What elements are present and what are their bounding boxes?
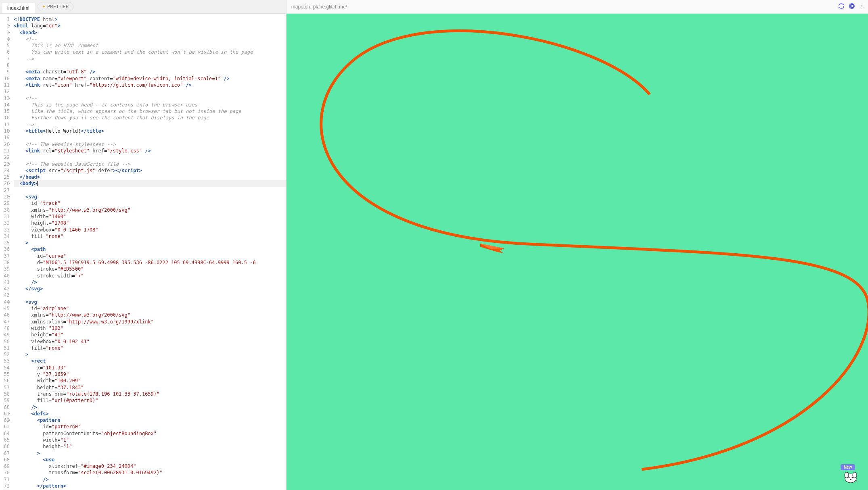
- refresh-icon[interactable]: [838, 3, 845, 10]
- prettier-label: PRETTIER: [47, 4, 69, 9]
- svg-point-5: [850, 479, 851, 480]
- tab-index-html[interactable]: index.html: [2, 3, 35, 13]
- code-editor[interactable]: 12 ▾3 ▾4 ▾5678910111213 ▾1415161718 ▾192…: [0, 14, 286, 490]
- track-svg: [287, 14, 868, 490]
- new-pill-label: New: [841, 464, 855, 470]
- svg-point-2: [853, 472, 857, 478]
- editor-pane: index.html ✦ PRETTIER 12 ▾3 ▾4 ▾56789101…: [0, 0, 287, 490]
- svg-rect-7: [851, 5, 852, 7]
- code-content[interactable]: <!DOCTYPE html><html lang="en"> <head> <…: [14, 14, 286, 490]
- svg-point-3: [849, 477, 850, 478]
- pause-icon[interactable]: [849, 3, 855, 10]
- preview-pane: ⋮: [287, 0, 868, 490]
- curve-path: [321, 31, 868, 469]
- url-bar: ⋮: [287, 0, 868, 14]
- glitch-mascot-icon[interactable]: [843, 471, 858, 486]
- svg-point-4: [852, 477, 853, 478]
- tab-bar: index.html ✦ PRETTIER: [0, 0, 286, 14]
- more-icon[interactable]: ⋮: [859, 4, 865, 10]
- line-number-gutter: 12 ▾3 ▾4 ▾5678910111213 ▾1415161718 ▾192…: [0, 14, 14, 490]
- svg-point-6: [849, 3, 855, 9]
- new-badge[interactable]: New: [840, 464, 856, 470]
- svg-rect-8: [852, 5, 853, 7]
- svg-point-1: [845, 472, 849, 478]
- url-input[interactable]: [290, 2, 835, 11]
- airplane-icon: [480, 244, 504, 253]
- sparkle-icon: ✦: [42, 4, 46, 9]
- prettier-button[interactable]: ✦ PRETTIER: [38, 2, 73, 11]
- preview-viewport: [287, 14, 868, 490]
